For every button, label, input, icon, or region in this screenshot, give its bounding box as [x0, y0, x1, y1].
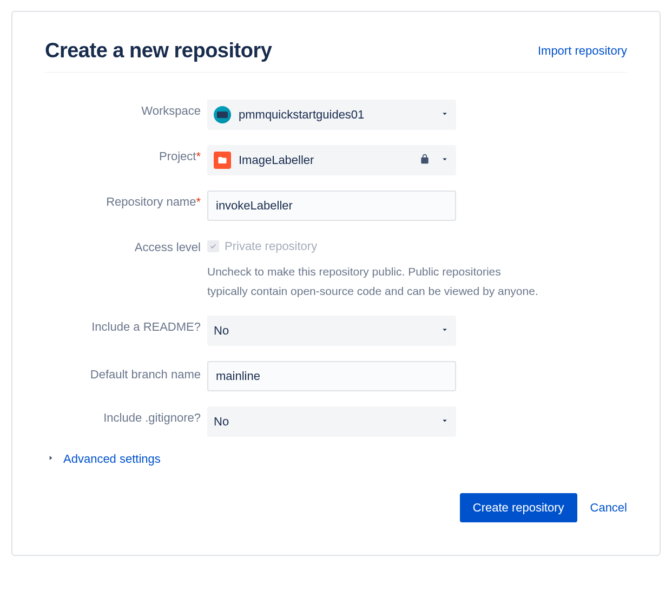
import-repository-link[interactable]: Import repository	[538, 44, 627, 58]
chevron-down-icon	[440, 109, 450, 121]
private-checkbox[interactable]	[207, 240, 219, 252]
repository-name-input[interactable]	[207, 191, 456, 221]
project-label: Project*	[45, 145, 207, 163]
default-branch-row: Default branch name	[45, 361, 627, 391]
chevron-right-icon	[47, 454, 55, 464]
button-row: Create repository Cancel	[45, 493, 627, 522]
workspace-select[interactable]: pmmquickstartguides01	[207, 100, 456, 130]
advanced-settings-toggle[interactable]: Advanced settings	[45, 452, 627, 466]
required-asterisk: *	[196, 149, 201, 163]
page-title: Create a new repository	[45, 39, 272, 62]
repo-name-label: Repository name*	[45, 191, 207, 209]
default-branch-label: Default branch name	[45, 361, 207, 383]
access-help-text: Uncheck to make this repository public. …	[207, 262, 543, 300]
project-value: ImageLabeller	[239, 153, 419, 167]
project-select[interactable]: ImageLabeller	[207, 145, 456, 175]
workspace-row: Workspace pmmquickstartguides01	[45, 100, 627, 130]
repo-name-row: Repository name*	[45, 191, 627, 221]
project-row: Project* ImageLabeller	[45, 145, 627, 175]
access-level-row: Access level Private repository Uncheck …	[45, 236, 627, 300]
access-level-label: Access level	[45, 236, 207, 254]
readme-select[interactable]: No	[207, 316, 456, 346]
readme-label: Include a README?	[45, 316, 207, 334]
workspace-avatar-icon	[214, 106, 231, 123]
gitignore-label: Include .gitignore?	[45, 407, 207, 425]
create-repository-card: Create a new repository Import repositor…	[11, 11, 661, 556]
chevron-down-icon	[440, 154, 450, 166]
chevron-down-icon	[440, 416, 450, 428]
readme-value: No	[214, 324, 440, 338]
gitignore-row: Include .gitignore? No	[45, 407, 627, 437]
gitignore-value: No	[214, 415, 440, 429]
workspace-value: pmmquickstartguides01	[239, 108, 440, 122]
private-checkbox-label: Private repository	[225, 239, 317, 253]
workspace-label: Workspace	[45, 100, 207, 118]
default-branch-input[interactable]	[207, 361, 456, 391]
create-repository-button[interactable]: Create repository	[460, 493, 577, 522]
readme-row: Include a README? No	[45, 316, 627, 346]
chevron-down-icon	[440, 325, 450, 337]
required-asterisk: *	[196, 195, 201, 208]
gitignore-select[interactable]: No	[207, 407, 456, 437]
folder-icon	[214, 152, 231, 169]
cancel-button[interactable]: Cancel	[590, 493, 627, 522]
advanced-settings-label: Advanced settings	[63, 452, 161, 466]
lock-icon	[419, 153, 430, 167]
card-header: Create a new repository Import repositor…	[45, 39, 627, 73]
